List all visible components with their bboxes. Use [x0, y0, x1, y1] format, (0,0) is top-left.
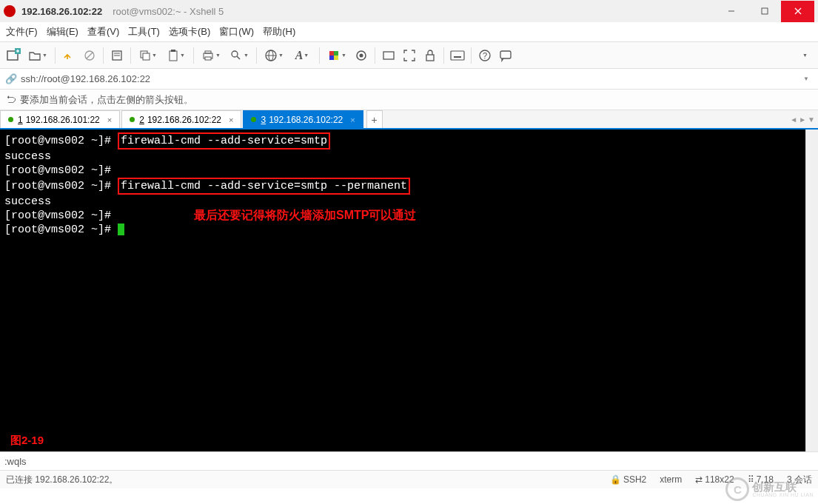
watermark-subtext: CHUANG XIN HU LIAN: [752, 492, 814, 497]
svg-rect-15: [170, 51, 177, 61]
svg-rect-28: [334, 56, 338, 60]
highlighted-cmd-1: firewall-cmd --add-service=smtp: [118, 132, 330, 149]
terminal[interactable]: [root@vms002 ~]# firewall-cmd --add-serv…: [0, 130, 805, 451]
tab-next-icon[interactable]: ►: [799, 115, 806, 124]
svg-rect-16: [171, 50, 175, 52]
status-ssh: 🔒 SSH2: [610, 474, 646, 485]
svg-text:?: ?: [483, 51, 487, 60]
terminal-output: success: [4, 149, 801, 164]
fullscreen-icon[interactable]: [400, 47, 418, 64]
svg-rect-31: [383, 52, 394, 59]
command-input-row[interactable]: :wqls: [0, 451, 818, 470]
menu-tabs[interactable]: 选项卡(B): [169, 25, 210, 38]
tab-label: 192.168.26.101:22: [26, 115, 100, 125]
lock-icon[interactable]: [421, 47, 439, 64]
toolbar-separator: [443, 47, 444, 64]
tab-label: 192.168.26.102:22: [147, 115, 221, 125]
help-icon[interactable]: ?: [476, 47, 494, 64]
font-icon[interactable]: A▼: [289, 47, 315, 64]
link-icon: 🔗: [6, 74, 16, 84]
menu-view[interactable]: 查看(V): [87, 25, 119, 38]
properties-icon[interactable]: [108, 47, 126, 64]
toolbar: ▼ ▼ ▼ ▼ ▼ ▼ A▼ ▼ ? ▼: [0, 42, 818, 69]
address-dropdown-icon[interactable]: ▼: [800, 75, 812, 82]
menu-file[interactable]: 文件(F): [6, 25, 38, 38]
toolbar-separator: [375, 47, 375, 64]
terminal-icon[interactable]: [380, 47, 398, 64]
tab-3[interactable]: 3 192.168.26.102:22 ×: [243, 110, 363, 128]
svg-rect-26: [334, 51, 338, 56]
menubar: 文件(F) 编辑(E) 查看(V) 工具(T) 选项卡(B) 窗口(W) 帮助(…: [0, 22, 818, 42]
script-icon[interactable]: [352, 47, 370, 64]
info-bar: ⮌ 要添加当前会话，点击左侧的箭头按钮。: [0, 90, 818, 110]
terminal-prompt: [root@vms002 ~]#: [4, 180, 118, 192]
svg-rect-32: [426, 55, 434, 61]
svg-rect-19: [205, 57, 211, 60]
address-bar: 🔗 ssh://root@192.168.26.102:22 ▼: [0, 69, 818, 90]
svg-line-21: [237, 56, 240, 59]
svg-rect-1: [762, 8, 768, 14]
arrow-add-icon[interactable]: ⮌: [6, 94, 16, 105]
minimize-button[interactable]: [714, 1, 748, 22]
status-connection: 已连接 192.168.26.102:22。: [6, 474, 597, 486]
window-controls: [714, 1, 814, 22]
encoding-icon[interactable]: ▼: [261, 47, 286, 64]
statusbar: 已连接 192.168.26.102:22。 🔒 SSH2 xterm ⇄ 11…: [0, 470, 818, 488]
print-icon[interactable]: ▼: [198, 47, 224, 64]
toolbar-separator: [319, 47, 320, 64]
tab-label: 192.168.26.102:22: [269, 115, 343, 125]
annotation-text: 最后还要记得将防火墙添加SMTP可以通过: [194, 208, 416, 222]
svg-rect-40: [500, 51, 511, 58]
maximize-button[interactable]: [748, 1, 781, 22]
disconnect-icon[interactable]: [81, 47, 98, 64]
title-bold: 192.168.26.102:22: [21, 6, 102, 17]
svg-line-9: [87, 53, 93, 58]
color-icon[interactable]: ▼: [324, 47, 349, 64]
tab-close-icon[interactable]: ×: [229, 115, 233, 124]
tab-2[interactable]: 2 192.168.26.102:22 ×: [121, 110, 241, 128]
close-button[interactable]: [781, 1, 814, 22]
toolbar-separator: [193, 47, 194, 64]
toolbar-separator: [103, 47, 104, 64]
keyboard-icon[interactable]: [449, 47, 466, 64]
command-input-text: :wqls: [4, 456, 27, 467]
menu-window[interactable]: 窗口(W): [219, 25, 254, 38]
info-hint-text: 要添加当前会话，点击左侧的箭头按钮。: [20, 93, 193, 107]
svg-rect-27: [329, 56, 334, 60]
terminal-scrollbar[interactable]: [805, 130, 818, 451]
tab-status-dot: [251, 117, 256, 122]
open-icon[interactable]: ▼: [25, 47, 50, 64]
title-normal: root@vms002:~ - Xshell 5: [113, 6, 224, 17]
svg-rect-33: [451, 51, 464, 60]
toolbar-separator: [55, 47, 56, 64]
copy-icon[interactable]: ▼: [135, 47, 161, 64]
watermark: C 创新互联 CHUANG XIN HU LIAN: [725, 477, 814, 501]
svg-rect-14: [143, 53, 150, 60]
menu-tools[interactable]: 工具(T): [128, 25, 160, 38]
find-icon[interactable]: ▼: [227, 47, 252, 64]
terminal-prompt-line: [root@vms002 ~]#: [4, 164, 801, 178]
tab-add-button[interactable]: +: [366, 110, 383, 128]
tab-1[interactable]: 1 192.168.26.101:22 ×: [0, 110, 120, 128]
menu-edit[interactable]: 编辑(E): [47, 25, 78, 38]
tab-close-icon[interactable]: ×: [350, 115, 355, 124]
new-session-icon[interactable]: [4, 47, 22, 64]
menu-help[interactable]: 帮助(H): [263, 25, 295, 38]
chat-icon[interactable]: [497, 47, 514, 64]
tab-status-dot: [8, 117, 13, 122]
paste-icon[interactable]: ▼: [164, 47, 189, 64]
toolbar-separator: [130, 47, 131, 64]
toolbar-separator: [471, 47, 472, 64]
terminal-prompt: [root@vms002 ~]#: [4, 224, 118, 236]
tab-prev-icon[interactable]: ◄: [790, 115, 797, 124]
tab-nav: ◄ ► ▼: [790, 110, 818, 128]
reconnect-icon[interactable]: [60, 47, 78, 64]
tab-list-icon[interactable]: ▼: [808, 115, 815, 124]
watermark-text: 创新互联: [752, 481, 814, 492]
address-text[interactable]: ssh://root@192.168.26.102:22: [21, 73, 800, 84]
toolbar-overflow-icon[interactable]: ▼: [796, 47, 814, 64]
tab-num: 1: [18, 115, 23, 125]
tabbar: 1 192.168.26.101:22 × 2 192.168.26.102:2…: [0, 110, 818, 130]
tab-close-icon[interactable]: ×: [107, 115, 112, 124]
titlebar: 192.168.26.102:22 root@vms002:~ - Xshell…: [0, 0, 818, 22]
